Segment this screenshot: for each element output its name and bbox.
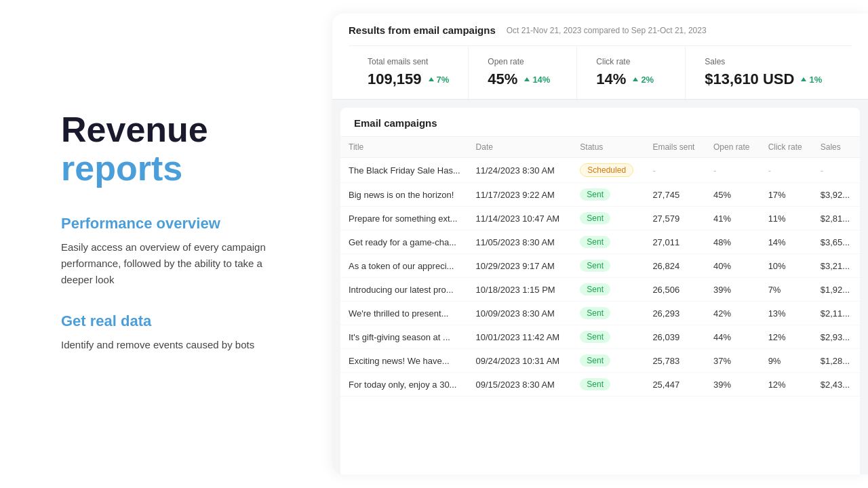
table-row[interactable]: Exciting news! We have... 09/24/2023 10:… bbox=[340, 349, 860, 373]
stats-title: Results from email campaigns bbox=[349, 24, 496, 36]
stat-value-row-2: 14% 2% bbox=[596, 70, 666, 88]
cell-date-8: 09/24/2023 10:31 AM bbox=[468, 349, 572, 373]
stat-card-1: Open rate 45% 14% bbox=[469, 46, 577, 99]
table-body: The Black Friday Sale Has... 11/24/2023 … bbox=[340, 158, 860, 396]
stat-value-3: $13,610 USD bbox=[705, 70, 794, 88]
table-head: TitleDateStatusEmails sentOpen rateClick… bbox=[340, 137, 860, 158]
cell-openrate-7: 44% bbox=[705, 325, 760, 349]
cell-openrate-4: 40% bbox=[705, 254, 760, 278]
table-row[interactable]: As a token of our appreci... 10/29/2023 … bbox=[340, 254, 860, 278]
arrow-up-icon-3 bbox=[801, 77, 806, 81]
cell-status-0: Scheduled bbox=[572, 158, 644, 183]
table-row[interactable]: Get ready for a game-cha... 11/05/2023 8… bbox=[340, 230, 860, 254]
stat-card-2: Click rate 14% 2% bbox=[577, 46, 686, 99]
cell-sales-8: $1,28... bbox=[812, 349, 860, 373]
cell-date-9: 09/15/2023 8:30 AM bbox=[468, 373, 572, 396]
stat-card-3: Sales $13,610 USD 1% bbox=[686, 46, 841, 99]
cell-emails-2: 27,579 bbox=[644, 207, 705, 230]
cell-emails-6: 26,293 bbox=[644, 302, 705, 325]
table-section: Email campaigns TitleDateStatusEmails se… bbox=[340, 108, 860, 474]
cell-emails-9: 25,447 bbox=[644, 373, 705, 396]
section-performance: Performance overview Easily access an ov… bbox=[61, 215, 292, 288]
cell-clickrate-3: 14% bbox=[760, 230, 812, 254]
cell-title-3: Get ready for a game-cha... bbox=[340, 230, 468, 254]
stat-value-row-0: 109,159 7% bbox=[368, 70, 449, 88]
stat-change-3: 1% bbox=[801, 75, 822, 85]
stat-label-3: Sales bbox=[705, 57, 822, 66]
cell-date-1: 11/17/2023 9:22 AM bbox=[468, 183, 572, 207]
table-row[interactable]: Big news is on the horizon! 11/17/2023 9… bbox=[340, 183, 860, 207]
cell-emails-4: 26,824 bbox=[644, 254, 705, 278]
stat-change-0: 7% bbox=[429, 75, 450, 85]
cell-openrate-1: 45% bbox=[705, 183, 760, 207]
table-row[interactable]: Introducing our latest pro... 10/18/2023… bbox=[340, 278, 860, 302]
cell-openrate-8: 37% bbox=[705, 349, 760, 373]
cell-clickrate-6: 13% bbox=[760, 302, 812, 325]
cell-status-7: Sent bbox=[572, 325, 644, 349]
date-range: Oct 21-Nov 21, 2023 compared to Sep 21-O… bbox=[507, 26, 707, 35]
cell-emails-7: 26,039 bbox=[644, 325, 705, 349]
cell-sales-2: $2,81... bbox=[812, 207, 860, 230]
cell-emails-1: 27,745 bbox=[644, 183, 705, 207]
cell-clickrate-4: 10% bbox=[760, 254, 812, 278]
cell-sales-5: $1,92... bbox=[812, 278, 860, 302]
cell-openrate-0: - bbox=[705, 158, 760, 183]
cell-sales-6: $2,11... bbox=[812, 302, 860, 325]
table-row[interactable]: It's gift-giving season at ... 10/01/202… bbox=[340, 325, 860, 349]
table-header-row-cols: TitleDateStatusEmails sentOpen rateClick… bbox=[340, 137, 860, 158]
stat-change-2: 2% bbox=[633, 75, 654, 85]
section-real-data: Get real data Identify and remove events… bbox=[61, 312, 292, 353]
table-row[interactable]: Prepare for something ext... 11/14/2023 … bbox=[340, 207, 860, 230]
arrow-up-icon-0 bbox=[429, 77, 434, 81]
cell-status-4: Sent bbox=[572, 254, 644, 278]
cell-date-0: 11/24/2023 8:30 AM bbox=[468, 158, 572, 183]
cell-status-6: Sent bbox=[572, 302, 644, 325]
performance-desc: Easily access an overview of every campa… bbox=[61, 239, 292, 288]
cell-sales-0: - bbox=[812, 158, 860, 183]
cell-sales-1: $3,92... bbox=[812, 183, 860, 207]
cell-sales-7: $2,93... bbox=[812, 325, 860, 349]
cell-openrate-3: 48% bbox=[705, 230, 760, 254]
table-row[interactable]: The Black Friday Sale Has... 11/24/2023 … bbox=[340, 158, 860, 183]
stats-title-row: Results from email campaigns Oct 21-Nov … bbox=[349, 24, 852, 36]
cell-title-2: Prepare for something ext... bbox=[340, 207, 468, 230]
stat-label-1: Open rate bbox=[488, 57, 557, 66]
stat-change-1: 14% bbox=[524, 75, 550, 85]
cell-date-5: 10/18/2023 1:15 PM bbox=[468, 278, 572, 302]
cell-title-8: Exciting news! We have... bbox=[340, 349, 468, 373]
cell-clickrate-7: 12% bbox=[760, 325, 812, 349]
col-header-emails-sent: Emails sent bbox=[644, 137, 705, 158]
cell-status-9: Sent bbox=[572, 373, 644, 396]
cell-title-6: We're thrilled to present... bbox=[340, 302, 468, 325]
arrow-up-icon-1 bbox=[524, 77, 530, 81]
stat-value-0: 109,159 bbox=[368, 70, 422, 88]
stats-cards: Total emails sent 109,159 7% Open rate 4… bbox=[349, 45, 852, 99]
cell-date-7: 10/01/2023 11:42 AM bbox=[468, 325, 572, 349]
table-header-row: Email campaigns bbox=[340, 108, 860, 137]
table-row[interactable]: For today only, enjoy a 30... 09/15/2023… bbox=[340, 373, 860, 396]
col-header-click-rate: Click rate bbox=[760, 137, 812, 158]
cell-clickrate-9: 12% bbox=[760, 373, 812, 396]
cell-emails-8: 25,783 bbox=[644, 349, 705, 373]
col-header-open-rate: Open rate bbox=[705, 137, 760, 158]
cell-title-4: As a token of our appreci... bbox=[340, 254, 468, 278]
cell-date-4: 10/29/2023 9:17 AM bbox=[468, 254, 572, 278]
col-header-sales: Sales bbox=[812, 137, 860, 158]
cell-emails-0: - bbox=[644, 158, 705, 183]
performance-heading: Performance overview bbox=[61, 215, 292, 232]
cell-clickrate-0: - bbox=[760, 158, 812, 183]
page-main-title: Revenue reports bbox=[61, 110, 292, 188]
cell-date-3: 11/05/2023 8:30 AM bbox=[468, 230, 572, 254]
stat-value-row-1: 45% 14% bbox=[488, 70, 557, 88]
cell-openrate-2: 41% bbox=[705, 207, 760, 230]
title-word-reports: reports bbox=[61, 148, 182, 188]
cell-sales-4: $3,21... bbox=[812, 254, 860, 278]
cell-date-2: 11/14/2023 10:47 AM bbox=[468, 207, 572, 230]
cell-status-5: Sent bbox=[572, 278, 644, 302]
cell-title-9: For today only, enjoy a 30... bbox=[340, 373, 468, 396]
campaigns-table: TitleDateStatusEmails sentOpen rateClick… bbox=[340, 137, 860, 396]
arrow-up-icon-2 bbox=[633, 77, 638, 81]
table-row[interactable]: We're thrilled to present... 10/09/2023 … bbox=[340, 302, 860, 325]
stat-label-0: Total emails sent bbox=[368, 57, 449, 66]
stat-label-2: Click rate bbox=[596, 57, 666, 66]
